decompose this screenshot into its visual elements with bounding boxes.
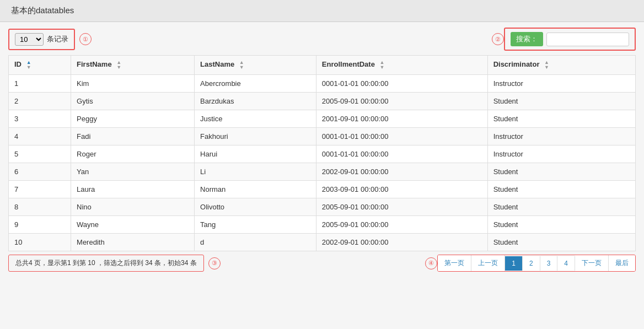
search-button[interactable]: 搜索： — [511, 32, 543, 46]
cell-lastname: Olivotto — [195, 198, 316, 216]
records-label: 条记录 — [47, 34, 68, 44]
cell-enrollmentdate: 2002-09-01 00:00:00 — [316, 163, 487, 181]
next-page-btn[interactable]: 下一页 — [575, 255, 609, 271]
circle-1: ① — [79, 33, 92, 45]
cell-enrollmentdate: 2001-09-01 00:00:00 — [316, 110, 487, 128]
cell-firstname: Gytis — [71, 93, 195, 110]
records-control: 10 25 50 100 条记录 — [8, 29, 75, 50]
table-row: 10Meredithd2002-09-01 00:00:00Student — [9, 234, 636, 251]
cell-firstname: Meredith — [71, 234, 195, 251]
last-page-btn[interactable]: 最后 — [609, 255, 635, 271]
cell-discriminator: Student — [487, 234, 635, 251]
table-row: 5RogerHarui0001-01-01 00:00:00Instructor — [9, 145, 636, 163]
page-4-btn[interactable]: 4 — [557, 256, 575, 271]
table-row: 6YanLi2002-09-01 00:00:00Student — [9, 163, 636, 181]
col-lastname[interactable]: LastName ▲ ▼ — [195, 56, 316, 75]
cell-enrollmentdate: 2002-09-01 00:00:00 — [316, 234, 487, 251]
sort-firstname-icon: ▲ ▼ — [116, 60, 121, 70]
prev-page-btn[interactable]: 上一页 — [471, 255, 505, 271]
page-1-btn[interactable]: 1 — [505, 256, 523, 271]
cell-discriminator: Instructor — [487, 145, 635, 163]
records-per-page-select[interactable]: 10 25 50 100 — [15, 33, 44, 46]
cell-lastname: Justice — [195, 110, 316, 128]
cell-id: 2 — [9, 93, 71, 110]
cell-discriminator: Student — [487, 181, 635, 198]
circle-4: ④ — [425, 257, 437, 269]
table-row: 8NinoOlivotto2005-09-01 00:00:00Student — [9, 198, 636, 216]
cell-discriminator: Student — [487, 163, 635, 181]
cell-id: 5 — [9, 145, 71, 163]
cell-id: 3 — [9, 110, 71, 128]
table-row: 7LauraNorman2003-09-01 00:00:00Student — [9, 181, 636, 198]
page-3-btn[interactable]: 3 — [540, 256, 558, 271]
circle-3: ③ — [208, 257, 221, 269]
cell-lastname: Tang — [195, 216, 316, 234]
cell-id: 10 — [9, 234, 71, 251]
cell-discriminator: Student — [487, 198, 635, 216]
sort-discriminator-icon: ▲ ▼ — [544, 60, 549, 70]
table-info: 总共4 页，显示第1 到第 10 ，筛选之后得到 34 条，初始34 条 — [15, 258, 197, 268]
cell-discriminator: Student — [487, 216, 635, 234]
cell-lastname: Barzdukas — [195, 93, 316, 110]
data-table: ID ▲ ▼ FirstName ▲ ▼ LastName — [8, 55, 636, 251]
col-enrollmentdate[interactable]: EnrollmentDate ▲ ▼ — [316, 56, 487, 75]
table-row: 1KimAbercrombie0001-01-01 00:00:00Instru… — [9, 75, 636, 93]
search-box: 搜索： — [504, 28, 636, 51]
col-firstname[interactable]: FirstName ▲ ▼ — [71, 56, 195, 75]
table-row: 9WayneTang2005-09-01 00:00:00Student — [9, 216, 636, 234]
page-2-btn[interactable]: 2 — [523, 256, 540, 271]
cell-discriminator: Instructor — [487, 75, 635, 93]
sort-enrollment-icon: ▲ ▼ — [380, 60, 385, 70]
cell-enrollmentdate: 2005-09-01 00:00:00 — [316, 216, 487, 234]
cell-lastname: Abercrombie — [195, 75, 316, 93]
cell-firstname: Fadi — [71, 128, 195, 145]
circle-2: ② — [492, 33, 504, 45]
cell-id: 1 — [9, 75, 71, 93]
cell-firstname: Wayne — [71, 216, 195, 234]
cell-lastname: Fakhouri — [195, 128, 316, 145]
cell-enrollmentdate: 0001-01-01 00:00:00 — [316, 128, 487, 145]
sort-lastname-icon: ▲ ▼ — [239, 60, 244, 70]
first-page-btn[interactable]: 第一页 — [438, 255, 471, 271]
table-row: 3PeggyJustice2001-09-01 00:00:00Student — [9, 110, 636, 128]
cell-firstname: Kim — [71, 75, 195, 93]
cell-enrollmentdate: 0001-01-01 00:00:00 — [316, 145, 487, 163]
cell-firstname: Laura — [71, 181, 195, 198]
cell-enrollmentdate: 2005-09-01 00:00:00 — [316, 93, 487, 110]
cell-firstname: Peggy — [71, 110, 195, 128]
cell-discriminator: Student — [487, 110, 635, 128]
table-header-row: ID ▲ ▼ FirstName ▲ ▼ LastName — [9, 56, 636, 75]
cell-firstname: Nino — [71, 198, 195, 216]
cell-firstname: Roger — [71, 145, 195, 163]
cell-lastname: Harui — [195, 145, 316, 163]
col-id[interactable]: ID ▲ ▼ — [9, 56, 71, 75]
col-discriminator[interactable]: Discriminator ▲ ▼ — [487, 56, 635, 75]
page-title: 基本的datatables — [0, 0, 644, 22]
cell-enrollmentdate: 2005-09-01 00:00:00 — [316, 198, 487, 216]
cell-lastname: d — [195, 234, 316, 251]
pagination-box: 第一页 上一页 1 2 3 4 下一页 最后 — [437, 255, 636, 272]
search-input[interactable] — [546, 33, 629, 46]
cell-discriminator: Instructor — [487, 128, 635, 145]
cell-id: 8 — [9, 198, 71, 216]
cell-id: 4 — [9, 128, 71, 145]
cell-firstname: Yan — [71, 163, 195, 181]
sort-id-icon: ▲ ▼ — [26, 60, 31, 70]
cell-id: 7 — [9, 181, 71, 198]
cell-lastname: Norman — [195, 181, 316, 198]
cell-discriminator: Student — [487, 93, 635, 110]
cell-lastname: Li — [195, 163, 316, 181]
cell-id: 9 — [9, 216, 71, 234]
cell-id: 6 — [9, 163, 71, 181]
cell-enrollmentdate: 0001-01-01 00:00:00 — [316, 75, 487, 93]
info-box: 总共4 页，显示第1 到第 10 ，筛选之后得到 34 条，初始34 条 — [8, 255, 204, 272]
cell-enrollmentdate: 2003-09-01 00:00:00 — [316, 181, 487, 198]
table-row: 4FadiFakhouri0001-01-01 00:00:00Instruct… — [9, 128, 636, 145]
table-row: 2GytisBarzdukas2005-09-01 00:00:00Studen… — [9, 93, 636, 110]
